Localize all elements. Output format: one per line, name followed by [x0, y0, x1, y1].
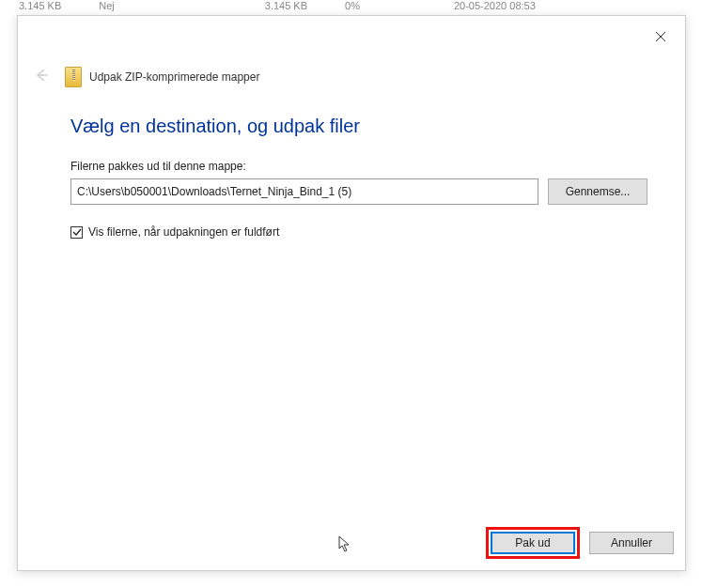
extract-dialog: Udpak ZIP-komprimerede mapper Vælg en de…: [17, 15, 686, 571]
path-label: Filerne pakkes ud til denne mappe:: [70, 160, 647, 173]
dialog-footer: Pak ud Annuller: [486, 527, 674, 559]
bg-date: 20-05-2020 08:53: [454, 0, 536, 13]
checkmark-icon: [72, 227, 82, 237]
zip-folder-icon: [65, 67, 82, 87]
titlebar: [18, 16, 685, 63]
background-file-row: 3.145 KB Nej 3.145 KB 0% 20-05-2020 08:5…: [0, 0, 702, 13]
close-icon: [655, 31, 666, 42]
cancel-button[interactable]: Annuller: [589, 532, 674, 554]
back-arrow-icon: [33, 67, 50, 87]
dialog-content: Vælg en destination, og udpak filer File…: [70, 116, 647, 239]
show-files-checkbox-row[interactable]: Vis filerne, når udpakningen er fuldført: [70, 225, 647, 239]
path-row: Gennemse...: [70, 178, 647, 205]
bg-size: 3.145 KB: [19, 0, 61, 13]
header-row: Udpak ZIP-komprimerede mapper: [65, 67, 259, 87]
close-button[interactable]: [651, 27, 670, 46]
bg-pct: 0%: [345, 0, 360, 13]
mouse-cursor-icon: [337, 534, 352, 553]
destination-path-input[interactable]: [70, 178, 538, 205]
tutorial-highlight: Pak ud: [486, 527, 580, 559]
show-files-checkbox[interactable]: [70, 226, 83, 239]
checkbox-label[interactable]: Vis filerne, når udpakningen er fuldført: [88, 225, 279, 239]
main-heading: Vælg en destination, og udpak filer: [70, 116, 647, 137]
window-title: Udpak ZIP-komprimerede mapper: [89, 70, 259, 84]
browse-button[interactable]: Gennemse...: [548, 178, 647, 205]
extract-button[interactable]: Pak ud: [491, 532, 575, 554]
bg-size2: 3.145 KB: [265, 0, 307, 13]
bg-nej: Nej: [99, 0, 115, 13]
